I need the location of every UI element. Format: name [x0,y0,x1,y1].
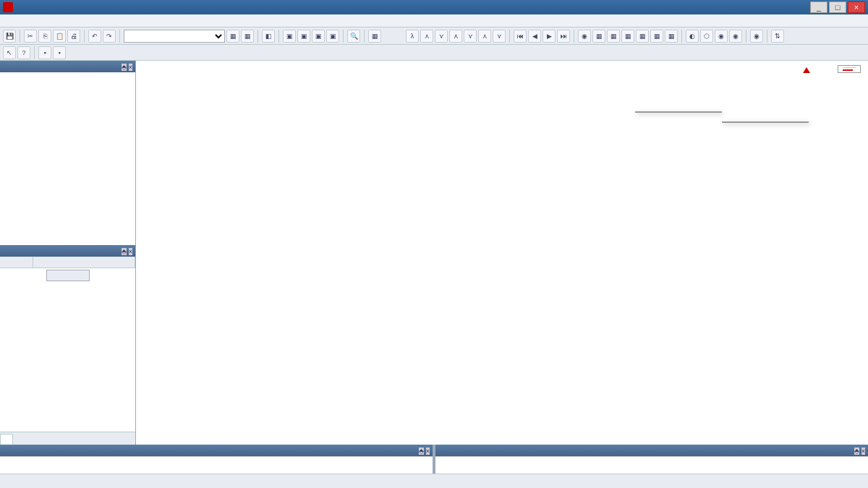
tb-btn-13[interactable]: ⋎ [464,30,477,43]
zoom-button[interactable]: 🔍 [347,30,360,43]
app-icon [3,2,13,12]
tb-btn-2[interactable]: ▦ [241,30,254,43]
window-titlebar: _ □ × [0,0,868,14]
properties-table [0,257,135,432]
close-panel-button-3[interactable]: × [426,448,430,455]
main-area: ⬘ × ⬘ × [0,61,868,445]
context-menu[interactable] [635,111,722,113]
close-panel-button-2[interactable]: × [129,248,132,255]
tb-btn-21[interactable]: ▦ [650,30,663,43]
next-button[interactable]: ▶ [542,30,556,43]
tb-btn-4[interactable]: ▣ [283,30,296,43]
tb-btn-25[interactable]: ◉ [715,30,728,43]
pin-button-2[interactable]: ⬘ [122,248,127,255]
chart-legend[interactable] [838,65,861,73]
tb-btn-8[interactable]: ▦ [368,30,381,43]
cut-button[interactable]: ✂ [24,30,37,43]
bottom-panels: ⬘ × ⬘ × [0,445,868,474]
tb-btn-22[interactable]: ▦ [665,30,678,43]
undo-button[interactable]: ↶ [88,30,101,43]
chart-svg [150,78,367,187]
tb-btn-14[interactable]: ⋏ [478,30,491,43]
edit-button[interactable] [46,270,90,281]
legend-header [843,67,856,68]
minimize-button[interactable]: _ [810,1,827,13]
tb-btn-9[interactable]: λ [406,30,419,43]
tb-btn-5[interactable]: ▣ [297,30,310,43]
tb-btn-27[interactable]: ◉ [750,30,763,43]
properties-header: ⬘ × [0,245,135,257]
print-button[interactable]: 🖨 [67,30,80,43]
last-button[interactable]: ⏭ [557,30,570,43]
context-submenu[interactable] [722,121,809,123]
props-col-value [33,257,135,267]
warning-icon [803,67,810,73]
tb2-btn-2[interactable]: ▪ [53,46,66,59]
tab-trace[interactable] [0,434,13,445]
properties-panel [0,257,135,445]
cursor-icon[interactable]: ↖ [3,46,16,59]
tb-btn-10[interactable]: ⋏ [420,30,433,43]
pin-button-4[interactable]: ⬘ [854,448,859,455]
left-panel: ⬘ × ⬘ × [0,61,136,445]
toolbar-main: 💾 ✂ ⎘ 📋 🖨 ↶ ↷ ▦ ▦ ◧ ▣ ▣ ▣ ▣ 🔍 ▦ λ ⋏ ⋎ ⋏ … [0,27,868,45]
tb-btn-7[interactable]: ▣ [326,30,339,43]
tb-btn-12[interactable]: ⋏ [449,30,462,43]
menubar [0,14,868,27]
project-tree[interactable] [0,72,135,245]
prev-button[interactable]: ◀ [528,30,541,43]
pin-button[interactable]: ⬘ [122,64,127,71]
tb-btn-1[interactable]: ▦ [226,30,239,43]
props-col-name [0,257,33,267]
close-button[interactable]: × [848,1,865,13]
tb-btn-24[interactable]: ⬡ [700,30,713,43]
save-button[interactable]: 💾 [3,30,16,43]
tb-btn-18[interactable]: ▦ [607,30,620,43]
tb-btn-11[interactable]: ⋎ [435,30,448,43]
close-panel-button-4[interactable]: × [861,448,865,455]
first-button[interactable]: ⏮ [514,30,527,43]
toolbar-secondary: ↖ ? ▪ ▪ [0,45,868,61]
project-manager-header: ⬘ × [0,61,135,72]
close-panel-button[interactable]: × [129,64,132,71]
tb-btn-16[interactable]: ◉ [578,30,591,43]
help-cursor-icon[interactable]: ? [17,46,30,59]
paste-button[interactable]: 📋 [53,30,66,43]
tb-btn-26[interactable]: ◉ [729,30,742,43]
maximize-button[interactable]: □ [829,1,846,13]
tb-btn-17[interactable]: ▦ [592,30,605,43]
redo-button[interactable]: ↷ [103,30,116,43]
tb-btn-23[interactable]: ◐ [686,30,699,43]
progress-panel: ⬘ × [435,445,868,474]
pin-button-3[interactable]: ⬘ [419,448,424,455]
legend-item [843,69,856,71]
tb2-btn-1[interactable]: ▪ [38,46,51,59]
statusbar [0,474,868,488]
message-manager-panel: ⬘ × [0,445,433,474]
tb-btn-3[interactable]: ◧ [262,30,275,43]
tb-btn-6[interactable]: ▣ [312,30,325,43]
transient-label [801,65,810,74]
tb-btn-20[interactable]: ▦ [636,30,649,43]
tb-btn-19[interactable]: ▦ [621,30,634,43]
coord-select[interactable] [124,30,225,43]
tb-btn-15[interactable]: ⋎ [493,30,506,43]
tb-btn-28[interactable]: ⇅ [771,30,784,43]
chart-area[interactable] [136,61,868,445]
copy-button[interactable]: ⎘ [38,30,51,43]
